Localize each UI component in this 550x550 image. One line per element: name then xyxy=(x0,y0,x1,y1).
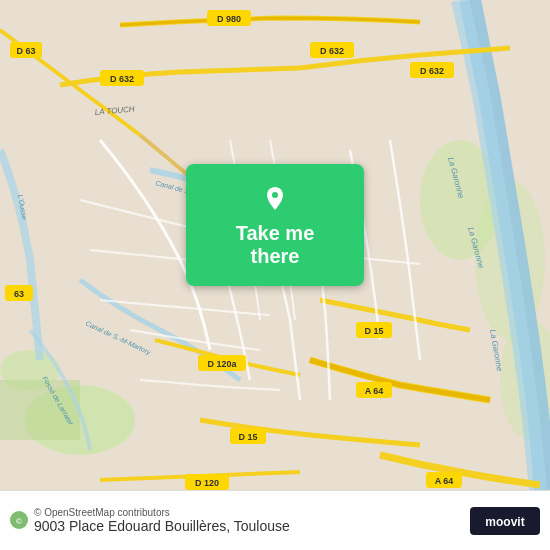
svg-text:©: © xyxy=(16,517,22,526)
svg-text:D 120a: D 120a xyxy=(207,359,237,369)
moovit-brand-icon: moovit xyxy=(470,507,540,535)
svg-text:D 15: D 15 xyxy=(238,432,257,442)
take-me-there-label: Take me there xyxy=(226,222,324,268)
svg-text:D 15: D 15 xyxy=(364,326,383,336)
moovit-logo: moovit xyxy=(470,507,540,535)
attribution-text: © OpenStreetMap contributors xyxy=(34,507,290,518)
svg-text:moovit: moovit xyxy=(485,515,524,529)
svg-text:A 64: A 64 xyxy=(365,386,384,396)
svg-text:63: 63 xyxy=(14,289,24,299)
svg-text:A 64: A 64 xyxy=(435,476,454,486)
map-container: D 980 D 63 D 632 D 632 D 632 LA TOUCH Ca… xyxy=(0,0,550,490)
svg-text:D 63: D 63 xyxy=(16,46,35,56)
take-me-there-button[interactable]: Take me there xyxy=(186,164,364,286)
svg-text:D 632: D 632 xyxy=(320,46,344,56)
osm-logo-icon: © xyxy=(10,511,28,529)
svg-text:D 120: D 120 xyxy=(195,478,219,488)
address-text: 9003 Place Edouard Bouillères, Toulouse xyxy=(34,518,290,535)
bottom-content: © © OpenStreetMap contributors 9003 Plac… xyxy=(10,507,540,535)
svg-text:D 980: D 980 xyxy=(217,14,241,24)
svg-text:D 632: D 632 xyxy=(420,66,444,76)
location-pin-icon xyxy=(259,182,291,214)
left-section: © © OpenStreetMap contributors 9003 Plac… xyxy=(10,507,290,535)
svg-text:D 632: D 632 xyxy=(110,74,134,84)
attribution-address: © OpenStreetMap contributors 9003 Place … xyxy=(34,507,290,535)
svg-point-41 xyxy=(272,192,278,198)
bottom-bar: © © OpenStreetMap contributors 9003 Plac… xyxy=(0,490,550,550)
